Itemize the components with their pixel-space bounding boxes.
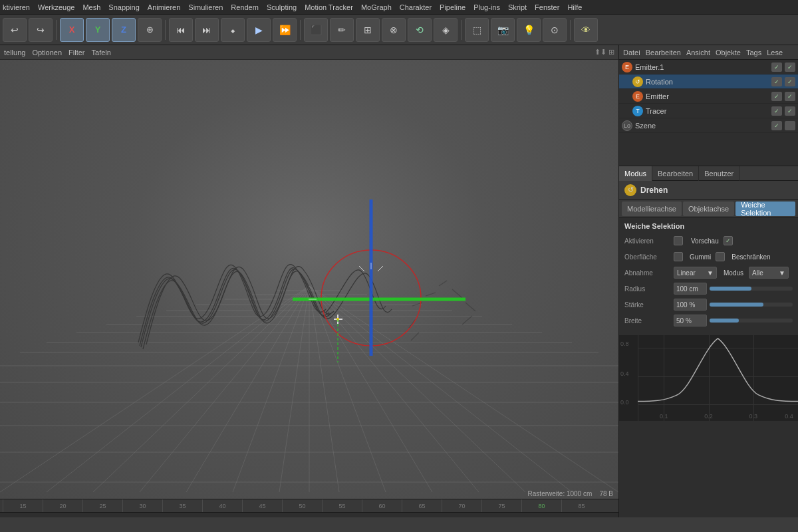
input-staerke[interactable]: 100 %	[674, 299, 707, 311]
checkbox-gummi[interactable]	[716, 252, 725, 261]
camera-button[interactable]: 📷	[491, 18, 515, 42]
slider-breite[interactable]	[710, 319, 793, 323]
label-abnahme: Abnahme	[624, 269, 671, 277]
sec-menu-tafeln[interactable]: Tafeln	[92, 49, 111, 57]
graph-x-01: 0.1	[660, 413, 668, 420]
obj-rotation-toggle[interactable]: ✓	[771, 77, 782, 86]
input-breite[interactable]: 50 %	[674, 315, 707, 327]
checkbox-aktivieren[interactable]	[674, 236, 683, 245]
sec-menu-optionen[interactable]: Optionen	[32, 49, 62, 57]
prop-staerke-row: Stärke 100 %	[624, 298, 793, 311]
obj-szene-toggle[interactable]: ✓	[771, 121, 782, 130]
world-axis-button[interactable]: ⊕	[138, 18, 162, 42]
obj-emitter[interactable]: E Emitter ✓ ✓	[619, 89, 798, 104]
redo-button[interactable]	[29, 18, 53, 42]
menu-fenster[interactable]: Fenster	[535, 3, 559, 11]
cube-button[interactable]: ⬛	[304, 18, 328, 42]
obj-header-objekte[interactable]: Objekte	[716, 49, 741, 57]
tab-modus[interactable]: Modus	[619, 166, 652, 181]
obj-emitter1-lock[interactable]: ✓	[785, 63, 795, 72]
slider-breite-fill	[710, 319, 739, 323]
viewport-3d[interactable]: Rasterweite: 1000 cm 78 B	[0, 60, 618, 499]
x-axis-button[interactable]: X	[60, 18, 84, 42]
menu-motion-tracker[interactable]: Motion Tracker	[305, 3, 353, 11]
tick-50: 50	[282, 499, 322, 512]
toolbar-separator-3	[300, 20, 301, 40]
mode-modellierachse[interactable]: Modellierachse	[622, 201, 682, 216]
lathe-button[interactable]: ◈	[434, 18, 458, 42]
menu-rendem[interactable]: Rendem	[231, 3, 259, 11]
pen-button[interactable]: ✏	[330, 18, 354, 42]
obj-emitter-toggle[interactable]: ✓	[771, 92, 782, 101]
keyframe-button[interactable]: ⬥	[221, 18, 245, 42]
obj-szene[interactable]: Lo Szene ✓	[619, 118, 798, 133]
dropdown-modus[interactable]: Alle ▼	[749, 267, 789, 279]
ipr-button[interactable]: ⏩	[273, 18, 297, 42]
input-radius[interactable]: 100 cm	[674, 283, 707, 295]
svg-line-32	[426, 293, 436, 296]
timeline-ruler: 15 20 25 30 35 40 45 50 55 60 65 70 75 8…	[0, 499, 618, 513]
menu-simulieren[interactable]: Simulieren	[188, 3, 223, 11]
obj-emitter1[interactable]: E Emitter.1 ✓ ✓	[619, 60, 798, 74]
tab-benutzer[interactable]: Benutzer	[699, 166, 739, 181]
viewport-area: tellung Optionen Filter Tafeln ⬆⬇ ⊞	[0, 45, 618, 517]
menu-pipeline[interactable]: Pipeline	[440, 3, 466, 11]
render-button[interactable]: ▶	[247, 18, 271, 42]
checkbox-vorschau[interactable]: ✓	[724, 236, 733, 245]
tick-40: 40	[202, 499, 242, 512]
obj-rotation-lock[interactable]: ✓	[785, 77, 795, 86]
obj-header-ansicht[interactable]: Ansicht	[686, 49, 710, 57]
menu-mesh[interactable]: Mesh	[82, 3, 100, 11]
sec-menu-filter[interactable]: Filter	[68, 49, 84, 57]
slider-radius[interactable]	[710, 287, 793, 291]
obj-szene-lock[interactable]	[785, 121, 795, 130]
menu-skript[interactable]: Skript	[508, 3, 527, 11]
mode-objektachse[interactable]: Objektachse	[683, 201, 734, 216]
grid-button[interactable]: ⬚	[465, 18, 489, 42]
obj-szene-icon: Lo	[622, 120, 632, 131]
subdivide-button[interactable]: ⊞	[356, 18, 380, 42]
next-frame-button[interactable]: ⏭	[195, 18, 219, 42]
extrude-button[interactable]: ⟲	[408, 18, 432, 42]
obj-tracer[interactable]: T Tracer ✓ ✓	[619, 104, 798, 118]
checkbox-oberflaeche[interactable]	[674, 252, 683, 261]
menu-animieren[interactable]: Animieren	[148, 3, 181, 11]
obj-emitter-name: Emitter	[646, 92, 769, 100]
menu-charakter[interactable]: Charakter	[400, 3, 432, 11]
menu-sculpting[interactable]: Sculpting	[267, 3, 297, 11]
timeline-track[interactable]	[0, 513, 618, 517]
menu-hilfe[interactable]: Hilfe	[567, 3, 582, 11]
sec-menu-tellung[interactable]: tellung	[4, 49, 25, 57]
y-axis-button[interactable]: Y	[86, 18, 110, 42]
obj-emitter1-toggle[interactable]: ✓	[771, 63, 782, 72]
obj-tracer-toggle[interactable]: ✓	[771, 106, 782, 116]
lamp-button[interactable]: 💡	[517, 18, 541, 42]
obj-header-lese[interactable]: Lese	[767, 49, 783, 57]
obj-rotation-icon: ↺	[632, 76, 643, 87]
obj-emitter-lock[interactable]: ✓	[785, 92, 795, 101]
menu-aktivieren[interactable]: ktivieren	[3, 3, 30, 11]
tab-bearbeiten[interactable]: Bearbeiten	[652, 166, 699, 181]
menu-snapping[interactable]: Snapping	[108, 3, 140, 11]
visibility-button[interactable]: 👁	[574, 18, 598, 42]
obj-header-bearbeiten[interactable]: Bearbeiten	[646, 49, 681, 57]
obj-rotation[interactable]: ↺ Rotation ✓ ✓	[619, 74, 798, 89]
undo-button[interactable]	[3, 18, 27, 42]
obj-tracer-lock[interactable]: ✓	[785, 106, 795, 116]
z-axis-button[interactable]: Z	[112, 18, 136, 42]
menu-plugins[interactable]: Plug-ins	[473, 3, 500, 11]
prev-frame-button[interactable]: ⏮	[169, 18, 193, 42]
dropdown-abnahme[interactable]: Linear ▼	[674, 267, 717, 279]
target-button[interactable]: ⊙	[543, 18, 567, 42]
obj-header-tags[interactable]: Tags	[746, 49, 761, 57]
slider-staerke[interactable]	[710, 303, 793, 307]
obj-header-datei[interactable]: Datei	[623, 49, 640, 57]
mode-weiche-selektion[interactable]: Weiche Selektion	[735, 201, 795, 216]
menu-mograph[interactable]: MoGraph	[361, 3, 392, 11]
menu-werkzeuge[interactable]: Werkzeuge	[38, 3, 74, 11]
weiche-selektion-section: Weiche Selektion Aktivieren Vorschau ✓ O…	[619, 218, 798, 334]
tick-80: 80	[521, 499, 561, 512]
label-beschraenken: Beschränken	[732, 253, 770, 261]
prop-breite-row: Breite 50 %	[624, 314, 793, 327]
loop-cut-button[interactable]: ⊗	[382, 18, 406, 42]
